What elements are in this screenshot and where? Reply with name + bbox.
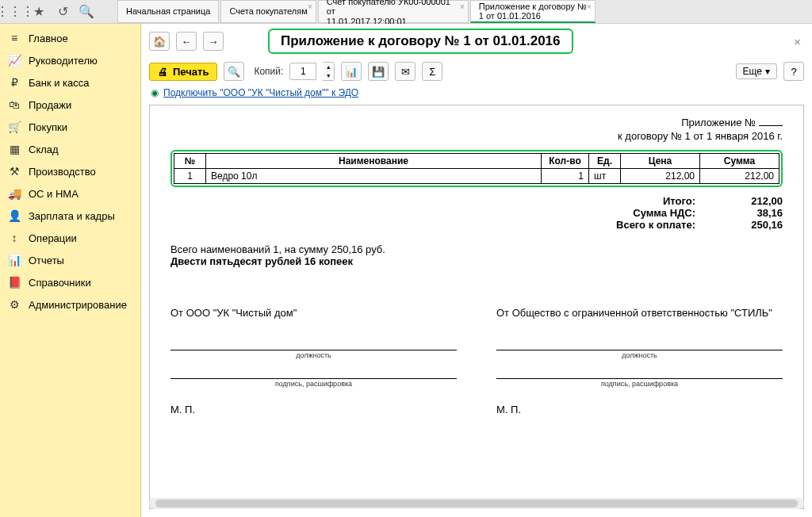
chevron-down-icon: ▾	[765, 66, 770, 77]
from-left: От ООО "УК "Чистый дом"	[170, 307, 457, 331]
total-label: Всего к оплате:	[600, 219, 695, 231]
position-line: должность	[496, 350, 783, 359]
sidebar-item-label: ОС и НМА	[29, 188, 79, 200]
book-icon: 📕	[8, 276, 21, 289]
tab-invoices[interactable]: Счета покупателям ×	[220, 0, 316, 23]
print-label: Печать	[173, 66, 209, 78]
bars-icon: 📊	[8, 254, 21, 266]
more-button[interactable]: Еще ▾	[736, 63, 777, 79]
doc-header: Приложение № к договору № 1 от 1 января …	[170, 117, 783, 142]
main-panel: 🏠 ← → Приложение к договору № 1 от 01.01…	[141, 24, 812, 517]
sidebar-item-assets[interactable]: 🚚ОС и НМА	[0, 182, 140, 205]
summary-line: Всего наименований 1, на сумму 250,16 ру…	[170, 243, 783, 255]
table-row: 1 Ведро 10л 1 шт 212,00 212,00	[174, 169, 779, 184]
document-area: Приложение № к договору № 1 от 1 января …	[149, 105, 804, 509]
itogo-label: Итого:	[600, 195, 695, 207]
sidebar-item-admin[interactable]: ⚙Администрирование	[0, 293, 140, 316]
copies-label: Копий:	[254, 66, 283, 77]
sidebar-item-production[interactable]: ⚒Производство	[0, 160, 140, 182]
export-button[interactable]: 📊	[341, 62, 362, 81]
sidebar-item-label: Отчеты	[29, 255, 64, 266]
truck-icon: 🚚	[8, 187, 21, 200]
sidebar-item-manager[interactable]: 📈Руководителю	[0, 49, 140, 71]
grid-icon: ▦	[8, 143, 21, 155]
apps-icon[interactable]: ⋮⋮⋮	[8, 5, 22, 19]
tab-contract-appendix[interactable]: Приложение к договору № 1 от 01.01.2016 …	[470, 0, 596, 23]
star-icon[interactable]: ★	[32, 5, 46, 19]
sign-line: подпись, расшифровка	[170, 378, 457, 388]
scrollbar-thumb[interactable]	[155, 500, 798, 507]
search-icon[interactable]: 🔍	[79, 5, 94, 19]
sidebar-item-references[interactable]: 📕Справочники	[0, 271, 140, 293]
back-button[interactable]: ←	[176, 32, 197, 51]
home-button[interactable]: 🏠	[149, 32, 170, 51]
sidebar: ≡Главное 📈Руководителю ₽Банк и касса 🛍Пр…	[0, 24, 141, 517]
ruble-icon: ₽	[8, 76, 21, 89]
sidebar-item-operations[interactable]: ↕Операции	[0, 227, 140, 249]
from-right: От Общество с ограниченной ответственнос…	[496, 307, 783, 331]
cell-name: Ведро 10л	[206, 169, 542, 184]
close-icon[interactable]: ×	[308, 2, 312, 11]
tab-label-2: 1 от 01.01.2016	[479, 11, 587, 21]
titlebar: 🏠 ← → Приложение к договору № 1 от 01.01…	[141, 24, 812, 59]
copies-spinner[interactable]: ▲▼	[323, 62, 335, 81]
sidebar-item-label: Зарплата и кадры	[29, 210, 115, 222]
sidebar-item-label: Склад	[29, 144, 59, 155]
tools-icon: ⚒	[8, 165, 21, 178]
mp-right: М. П.	[496, 404, 783, 416]
save-button[interactable]: 💾	[368, 62, 389, 81]
sidebar-item-sales[interactable]: 🛍Продажи	[0, 94, 140, 116]
totals: Итого:212,00 Сумма НДС:38,16 Всего к опл…	[170, 195, 783, 231]
sidebar-item-label: Продажи	[29, 99, 71, 111]
tab-label: Начальная страница	[126, 6, 210, 16]
sidebar-item-warehouse[interactable]: ▦Склад	[0, 138, 140, 160]
tab-label: Счета покупателям	[229, 6, 307, 16]
sidebar-item-bank[interactable]: ₽Банк и касса	[0, 71, 140, 94]
mail-button[interactable]: ✉	[395, 62, 416, 81]
topbar: ⋮⋮⋮ ★ ↺ 🔍 Начальная страница Счета покуп…	[0, 0, 812, 24]
cart-icon: 🛒	[8, 121, 21, 133]
forward-button[interactable]: →	[203, 32, 224, 51]
edo-link-row: ◉ Подключить "ООО "УК "Чистый дом"" к ЭД…	[141, 84, 812, 101]
itogo-value: 212,00	[727, 195, 783, 207]
cell-unit: шт	[589, 169, 621, 184]
cell-qty: 1	[542, 169, 589, 184]
contract-line: к договору № 1 от 1 января 2016 г.	[170, 130, 783, 142]
sign-line: подпись, расшифровка	[496, 378, 783, 388]
col-unit: Ед.	[589, 154, 621, 169]
items-table-highlight: № Наименование Кол-во Ед. Цена Сумма 1 В…	[170, 150, 783, 187]
copies-input[interactable]	[289, 63, 316, 80]
preview-button[interactable]: 🔍	[224, 62, 244, 81]
sum-button[interactable]: Σ	[422, 62, 442, 81]
topbar-icons: ⋮⋮⋮ ★ ↺ 🔍	[0, 5, 102, 19]
sidebar-item-label: Производство	[29, 166, 96, 178]
print-button[interactable]: 🖨 Печать	[149, 63, 217, 81]
col-price: Цена	[621, 154, 700, 169]
chevron-down-icon[interactable]: ▼	[323, 71, 334, 80]
gear-icon: ⚙	[8, 298, 21, 311]
close-icon[interactable]: ×	[587, 2, 592, 11]
close-icon[interactable]: ×	[460, 2, 465, 11]
sidebar-item-payroll[interactable]: 👤Зарплата и кадры	[0, 205, 140, 227]
signatures: От ООО "УК "Чистый дом" должность подпис…	[170, 307, 783, 416]
history-icon[interactable]: ↺	[56, 5, 70, 19]
cell-n: 1	[174, 169, 206, 184]
summary-words: Двести пятьдесят рублей 16 копеек	[170, 255, 783, 267]
globe-icon: ◉	[151, 87, 159, 98]
sidebar-item-label: Покупки	[29, 121, 67, 133]
chevron-up-icon[interactable]: ▲	[323, 63, 334, 71]
nds-value: 38,16	[727, 207, 783, 219]
more-label: Еще	[743, 66, 762, 77]
tab-home[interactable]: Начальная страница	[117, 0, 219, 23]
sidebar-item-purchases[interactable]: 🛒Покупки	[0, 116, 140, 138]
cell-sum: 212,00	[700, 169, 779, 184]
horizontal-scrollbar[interactable]	[149, 498, 804, 509]
tab-invoice-detail[interactable]: Счет покупателю УК00-000001 от 11.01.201…	[318, 0, 469, 23]
sidebar-item-reports[interactable]: 📊Отчеты	[0, 249, 140, 271]
total-value: 250,16	[727, 219, 783, 231]
sidebar-item-label: Справочники	[29, 277, 91, 289]
help-button[interactable]: ?	[783, 62, 804, 81]
edo-link[interactable]: Подключить "ООО "УК "Чистый дом"" к ЭДО	[163, 87, 358, 98]
close-button[interactable]: ×	[791, 35, 804, 48]
sidebar-item-main[interactable]: ≡Главное	[0, 27, 140, 49]
